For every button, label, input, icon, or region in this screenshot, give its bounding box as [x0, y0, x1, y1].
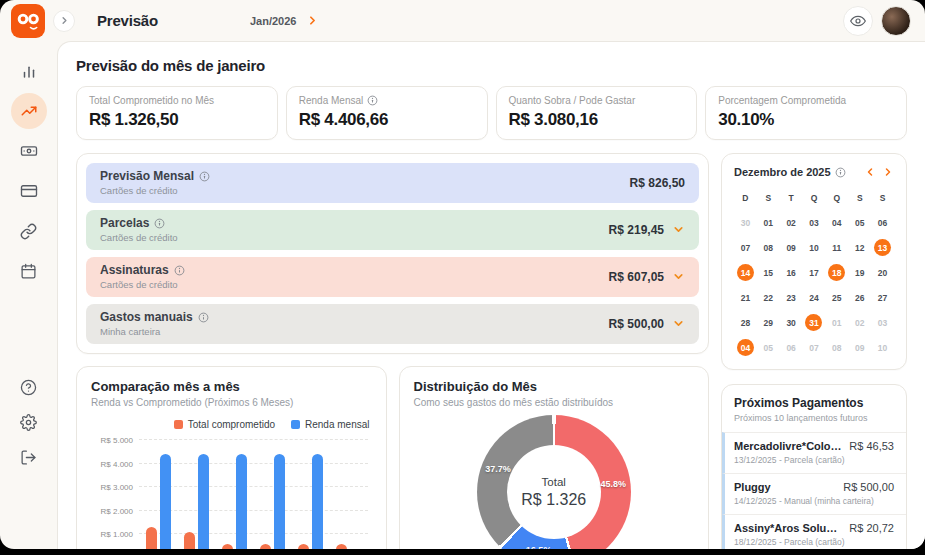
user-avatar[interactable] — [881, 6, 911, 36]
bar-Renda mensal[interactable] — [160, 454, 171, 549]
calendar-day[interactable]: 07 — [803, 339, 826, 356]
payment-name: Pluggy — [734, 481, 771, 493]
calendar-day[interactable]: 17 — [803, 264, 826, 281]
legend-item[interactable]: Total comprometido — [174, 419, 275, 430]
breakdown-row[interactable]: Previsão Mensal Cartões de crédito R$ 82… — [86, 163, 699, 203]
calendar-day[interactable]: 06 — [780, 339, 803, 356]
calendar-day[interactable]: 03 — [871, 314, 894, 331]
calendar-day[interactable]: 04 — [734, 339, 757, 356]
calendar-day[interactable]: 09 — [848, 339, 871, 356]
sidebar-item-help[interactable] — [15, 373, 43, 401]
info-icon[interactable] — [367, 95, 378, 106]
calendar-prev-button[interactable] — [864, 166, 876, 178]
info-icon[interactable] — [154, 218, 165, 229]
visibility-toggle-button[interactable] — [843, 6, 873, 36]
calendar-day[interactable]: 23 — [780, 289, 803, 306]
payment-item[interactable]: Assiny*Aros Solucoes R$ 20,72 18/12/2025… — [722, 514, 906, 549]
sidebar-item-link[interactable] — [11, 213, 47, 249]
breakdown-row[interactable]: Assinaturas Cartões de crédito R$ 607,05 — [86, 257, 699, 297]
calendar-day[interactable]: 05 — [757, 339, 780, 356]
sidebar-item-logout[interactable] — [15, 443, 43, 471]
breakdown-subtitle: Minha carteira — [100, 326, 209, 337]
info-icon[interactable] — [174, 265, 185, 276]
calendar-day[interactable]: 30 — [734, 214, 757, 231]
calendar-day[interactable]: 08 — [825, 339, 848, 356]
bar-Total comprometido[interactable] — [184, 532, 195, 549]
calendar-day[interactable]: 26 — [848, 289, 871, 306]
calendar-day[interactable]: 05 — [848, 214, 871, 231]
calendar-day[interactable]: 10 — [803, 239, 826, 256]
calendar-next-button[interactable] — [882, 166, 894, 178]
sidebar-bottom — [15, 373, 43, 471]
stat-value: R$ 3.080,16 — [509, 110, 685, 130]
calendar-day[interactable]: 11 — [825, 239, 848, 256]
calendar-day[interactable]: 13 — [871, 239, 894, 256]
calendar-day[interactable]: 22 — [757, 289, 780, 306]
calendar-day[interactable]: 27 — [871, 289, 894, 306]
calendar-day[interactable]: 19 — [848, 264, 871, 281]
calendar-day[interactable]: 24 — [803, 289, 826, 306]
legend-item[interactable]: Renda mensal — [291, 419, 369, 430]
period-selector[interactable]: Jan/2026 — [250, 14, 319, 27]
y-tick-label: R$ 3.000 — [91, 483, 133, 492]
calendar-day[interactable]: 03 — [803, 214, 826, 231]
calendar-day[interactable]: 18 — [825, 264, 848, 281]
calendar-day[interactable]: 29 — [757, 314, 780, 331]
calendar-day[interactable]: 31 — [803, 314, 826, 331]
breakdown-row-left: Previsão Mensal Cartões de crédito — [100, 169, 210, 196]
breakdown-row[interactable]: Gastos manuais Minha carteira R$ 500,00 — [86, 304, 699, 344]
calendar-day[interactable]: 12 — [848, 239, 871, 256]
calendar-day[interactable]: 04 — [825, 214, 848, 231]
calendar-day[interactable]: 28 — [734, 314, 757, 331]
breakdown-row-right: R$ 826,50 — [630, 176, 685, 190]
bar-Total comprometido[interactable] — [146, 527, 157, 549]
calendar-day[interactable]: 16 — [780, 264, 803, 281]
calendar-day[interactable]: 10 — [871, 339, 894, 356]
bar-Total comprometido[interactable] — [222, 544, 233, 549]
calendar-day[interactable]: 01 — [757, 214, 780, 231]
calendar-day[interactable]: 08 — [757, 239, 780, 256]
calendar-day[interactable]: 01 — [825, 314, 848, 331]
calendar-day[interactable]: 20 — [871, 264, 894, 281]
calendar-day[interactable]: 21 — [734, 289, 757, 306]
info-icon[interactable] — [835, 167, 846, 178]
breakdown-row[interactable]: Parcelas Cartões de crédito R$ 219,45 — [86, 210, 699, 250]
calendar-day[interactable]: 06 — [871, 214, 894, 231]
calendar-day[interactable]: 30 — [780, 314, 803, 331]
bar-Renda mensal[interactable] — [236, 454, 247, 549]
donut-total-value: R$ 1.326 — [521, 491, 586, 509]
calendar-day[interactable]: 15 — [757, 264, 780, 281]
calendar-day[interactable]: 14 — [734, 264, 757, 281]
app-logo[interactable] — [11, 4, 45, 38]
bar-Total comprometido[interactable] — [298, 544, 309, 549]
sidebar-item-credit-card[interactable] — [11, 173, 47, 209]
info-icon[interactable] — [199, 171, 210, 182]
sidebar-item-settings[interactable] — [15, 408, 43, 436]
payment-meta: 14/12/2025 - Manual (minha carteira) — [734, 496, 894, 506]
bar-Total comprometido[interactable] — [336, 544, 347, 549]
breakdown-subtitle: Cartões de crédito — [100, 185, 210, 196]
calendar-day[interactable]: 07 — [734, 239, 757, 256]
sidebar-item-calendar[interactable] — [11, 253, 47, 289]
bar-Renda mensal[interactable] — [274, 454, 285, 549]
calendar-day[interactable]: 09 — [780, 239, 803, 256]
calendar-day[interactable]: 25 — [825, 289, 848, 306]
y-tick-label: R$ 5.000 — [91, 436, 133, 445]
bar-Renda mensal[interactable] — [198, 454, 209, 549]
calendar-day[interactable]: 02 — [780, 214, 803, 231]
calendar-day[interactable]: 02 — [848, 314, 871, 331]
breakdown-amount: R$ 500,00 — [609, 317, 664, 331]
sidebar-item-trending-chart[interactable] — [11, 93, 47, 129]
sidebar-expand-button[interactable] — [53, 10, 75, 32]
payment-item[interactable]: Mercadolivre*Colomera R$ 46,53 13/12/202… — [722, 432, 906, 473]
sidebar-item-bar-chart[interactable] — [11, 53, 47, 89]
screen: Previsão Jan/2026 Previsão do mês de jan… — [0, 0, 925, 555]
bar-Renda mensal[interactable] — [312, 454, 323, 549]
donut-total-label: Total — [542, 476, 566, 488]
bar-Total comprometido[interactable] — [260, 544, 271, 549]
payment-item[interactable]: Pluggy R$ 500,00 14/12/2025 - Manual (mi… — [722, 473, 906, 514]
donut-center: Total R$ 1.326 — [507, 445, 601, 539]
info-icon[interactable] — [198, 312, 209, 323]
sidebar-item-banknote[interactable] — [11, 133, 47, 169]
chevron-down-icon — [672, 223, 685, 236]
